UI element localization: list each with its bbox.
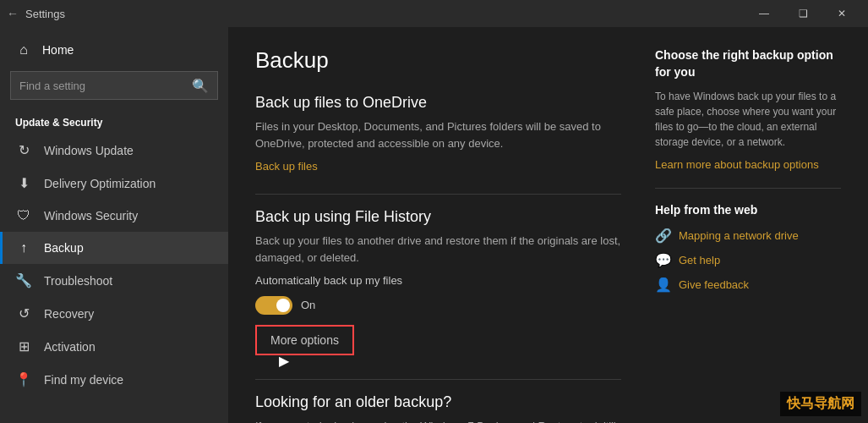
sidebar-search-box[interactable]: 🔍 <box>10 71 218 100</box>
sidebar-item-label: Troubleshoot <box>44 274 112 288</box>
more-options-button[interactable]: More options <box>255 325 354 355</box>
cursor-icon: ▶ <box>279 353 289 369</box>
sidebar-item-label: Find my device <box>44 373 123 387</box>
sidebar-item-windows-security[interactable]: 🛡 Windows Security <box>0 200 228 232</box>
windows-update-icon: ↻ <box>15 142 32 158</box>
home-icon: ⌂ <box>15 42 32 58</box>
older-backup-title: Looking for an older backup? <box>255 393 621 411</box>
sidebar-item-label: Windows Security <box>44 209 138 222</box>
onedrive-section: Back up files to OneDrive Files in your … <box>255 94 621 173</box>
troubleshoot-icon: 🔧 <box>15 272 32 288</box>
recovery-icon: ↺ <box>15 305 32 321</box>
maximize-button[interactable]: ❑ <box>783 0 822 27</box>
get-help-link[interactable]: Get help <box>679 254 720 266</box>
sidebar-item-label: Backup <box>44 241 84 255</box>
onedrive-title: Back up files to OneDrive <box>255 94 621 112</box>
backup-icon: ↑ <box>15 240 32 255</box>
help-section: Help from the web 🔗 Mapping a network dr… <box>655 188 841 293</box>
toggle-status: On <box>301 299 315 311</box>
delivery-icon: ⬇ <box>15 175 32 191</box>
search-icon: 🔍 <box>192 78 209 94</box>
title-bar-title: Settings <box>25 8 745 20</box>
file-history-title: Back up using File History <box>255 208 621 226</box>
close-button[interactable]: ✕ <box>822 0 861 27</box>
file-history-section: Back up using File History Back up your … <box>255 208 621 355</box>
sidebar-item-label: Recovery <box>44 307 94 321</box>
older-backup-desc: If you created a backup using the Window… <box>255 418 621 424</box>
right-sidebar: Choose the right backup option for you T… <box>655 47 841 403</box>
feedback-icon: 👤 <box>655 277 672 293</box>
watermark: 快马导航网 <box>780 392 861 416</box>
sidebar-item-label: Activation <box>44 340 96 354</box>
get-help-icon: 💬 <box>655 252 672 268</box>
auto-backup-label: Automatically back up my files <box>255 272 621 289</box>
content-main: Backup Back up files to OneDrive Files i… <box>255 47 621 403</box>
get-help-item: 💬 Get help <box>655 252 841 268</box>
backup-files-link[interactable]: Back up files <box>255 160 318 173</box>
sidebar-item-recovery[interactable]: ↺ Recovery <box>0 297 228 330</box>
sidebar-item-activation[interactable]: ⊞ Activation <box>0 330 228 363</box>
search-input[interactable] <box>19 80 192 92</box>
sidebar-home-label: Home <box>42 43 74 57</box>
sidebar-section-title: Update & Security <box>0 110 228 134</box>
sidebar-item-label: Delivery Optimization <box>44 177 156 190</box>
minimize-button[interactable]: — <box>745 0 783 27</box>
right-sidebar-title: Choose the right backup option for you <box>655 47 841 80</box>
divider-2 <box>255 379 621 380</box>
feedback-link[interactable]: Give feedback <box>679 278 749 291</box>
learn-more-link[interactable]: Learn more about backup options <box>655 158 841 171</box>
mapping-icon: 🔗 <box>655 228 672 244</box>
mapping-link[interactable]: Mapping a network drive <box>679 229 799 242</box>
sidebar-item-delivery-optimization[interactable]: ⬇ Delivery Optimization <box>0 167 228 200</box>
sidebar-item-windows-update[interactable]: ↻ Windows Update <box>0 134 228 167</box>
sidebar-item-home[interactable]: ⌂ Home <box>0 34 228 66</box>
sidebar-item-find-my-device[interactable]: 📍 Find my device <box>0 363 228 396</box>
divider-1 <box>255 194 621 195</box>
activation-icon: ⊞ <box>15 338 32 354</box>
back-button[interactable]: ← <box>7 7 19 20</box>
find-device-icon: 📍 <box>15 371 32 387</box>
sidebar-item-troubleshoot[interactable]: 🔧 Troubleshoot <box>0 264 228 297</box>
file-history-desc: Back up your files to another drive and … <box>255 233 621 266</box>
toggle-row: On <box>255 296 621 315</box>
older-backup-section: Looking for an older backup? If you crea… <box>255 393 621 424</box>
window-controls: — ❑ ✕ <box>745 0 861 27</box>
sidebar-item-backup[interactable]: ↑ Backup <box>0 232 228 264</box>
security-icon: 🛡 <box>15 208 32 223</box>
mapping-item: 🔗 Mapping a network drive <box>655 228 841 244</box>
right-sidebar-desc: To have Windows back up your files to a … <box>655 89 841 150</box>
content-area: Backup Back up files to OneDrive Files i… <box>228 27 868 423</box>
title-bar: ← Settings — ❑ ✕ <box>0 0 868 27</box>
onedrive-desc: Files in your Desktop, Documents, and Pi… <box>255 118 621 151</box>
auto-backup-toggle[interactable] <box>255 296 292 315</box>
feedback-item: 👤 Give feedback <box>655 277 841 293</box>
sidebar: ⌂ Home 🔍 Update & Security ↻ Windows Upd… <box>0 27 228 423</box>
help-title: Help from the web <box>655 202 841 219</box>
page-title: Backup <box>255 47 621 74</box>
main-container: ⌂ Home 🔍 Update & Security ↻ Windows Upd… <box>0 27 868 423</box>
sidebar-item-label: Windows Update <box>44 144 134 157</box>
more-options-label: More options <box>270 333 339 347</box>
